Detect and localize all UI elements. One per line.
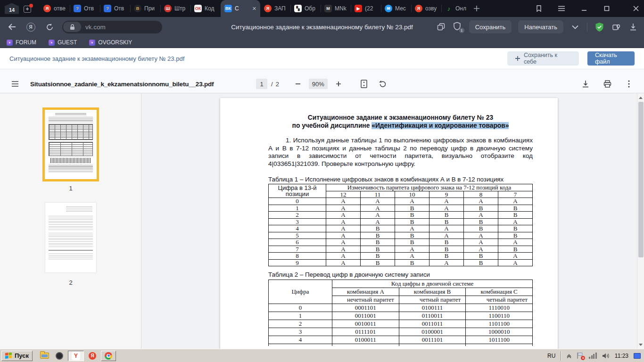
language-indicator[interactable]: RU — [547, 353, 555, 359]
chevron-down-icon[interactable] — [570, 22, 580, 32]
volume-icon[interactable] — [602, 353, 610, 359]
menu-icon[interactable] — [556, 3, 567, 14]
browser-tab[interactable]: ▶ (22 ✕ — [351, 0, 381, 17]
table-cell: 7 — [269, 246, 326, 253]
table-cell: A — [429, 259, 464, 266]
windows-taskbar: Пуск Y Я RU ✕ 11:23 — [0, 349, 644, 362]
back-button[interactable] — [6, 21, 18, 33]
table-row: 6ABBBAA — [269, 239, 533, 246]
vertical-scrollbar[interactable] — [637, 93, 644, 349]
side-panel-icon[interactable] — [534, 3, 544, 14]
add-tab-icon[interactable] — [471, 3, 482, 14]
zoom-level[interactable]: 90% — [309, 79, 328, 89]
browser-tab[interactable]: В При ✕ — [130, 0, 160, 17]
scroll-up-arrow[interactable] — [637, 94, 644, 101]
scroll-down-arrow[interactable] — [637, 341, 644, 348]
browser-tab[interactable]: ОК Код ✕ — [190, 0, 221, 17]
chrome-task-button[interactable] — [101, 351, 116, 361]
scrollbar-thumb[interactable] — [638, 102, 644, 257]
browser-tab[interactable]: M MNk ✕ — [321, 0, 351, 17]
browser-tab[interactable]: ✉ Мес ✕ — [381, 0, 411, 17]
new-tab-button[interactable] — [24, 4, 33, 13]
table-cell: B — [361, 232, 395, 239]
table-header-cell: 7 — [498, 191, 533, 198]
pdf-print-icon[interactable] — [603, 79, 612, 89]
downloads-icon[interactable] — [628, 22, 638, 32]
print-page-button[interactable]: Напечатать — [518, 20, 563, 33]
thumbnail-page-1[interactable] — [42, 107, 99, 181]
yandex-icon[interactable]: Я — [89, 352, 96, 360]
yandex-browser-task-button[interactable]: Y — [68, 351, 84, 361]
current-page-input[interactable]: 1 — [256, 79, 267, 89]
protect-shield-icon[interactable]: 1 — [453, 22, 462, 32]
browser-tab[interactable]: Я отве ✕ — [40, 0, 70, 17]
table-cell: B — [395, 239, 429, 246]
pdf-viewer-body: 1 2 Ситуационное задание к экзаменационн… — [0, 93, 644, 349]
table-row: 4010001100111011011100 — [269, 336, 533, 344]
download-file-button[interactable]: Скачать файл — [587, 51, 635, 66]
vk-file-header: Ситуационное задание к экзаменационному … — [0, 48, 644, 69]
save-to-self-button[interactable]: Сохранить к себе — [507, 51, 579, 66]
browser-tab[interactable]: ? Отв ✕ — [100, 0, 130, 17]
document-title-line2: по учебной дисциплине «Идентификация и к… — [268, 122, 533, 130]
browser-tab[interactable]: ? Отв ✕ — [70, 0, 100, 17]
network-signal-icon[interactable] — [589, 353, 597, 359]
pdf-download-icon[interactable] — [581, 79, 590, 89]
thumbnail-page-2[interactable] — [45, 203, 96, 272]
yandex-home-icon[interactable]: Я — [25, 21, 37, 33]
browser-tab[interactable]: Я ЗАП ✕ — [260, 0, 290, 17]
reload-button[interactable] — [43, 21, 56, 33]
bookmark-label: FORUM — [16, 39, 36, 46]
sidebar-toggle-icon[interactable] — [10, 79, 20, 89]
save-page-button[interactable]: Сохранить — [469, 20, 512, 33]
table-cell: A — [464, 239, 498, 246]
start-button[interactable]: Пуск — [1, 351, 33, 361]
tab-close-icon[interactable]: ✕ — [252, 6, 256, 12]
table2-caption: Таблица 2 – Перевод цифр в двоичную сист… — [268, 271, 533, 278]
close-window-button[interactable] — [631, 3, 641, 14]
browser-tab[interactable]: ВК С ✕ — [221, 0, 260, 17]
rotate-button[interactable] — [378, 79, 388, 89]
url-field[interactable]: vk.com — [62, 21, 162, 33]
bookmark-item[interactable]: FORUM — [7, 39, 36, 46]
zoom-in-button[interactable] — [334, 79, 343, 89]
tab-counter-badge[interactable]: 14 — [5, 3, 19, 14]
document-content: Ситуационное задание к экзаменационному … — [268, 114, 533, 346]
tab-duplicate-icon[interactable] — [436, 22, 446, 32]
maximize-button[interactable] — [602, 3, 612, 14]
browser-tab[interactable]: ♪ Онл ✕ — [441, 0, 471, 17]
table-cell: 0011011 — [399, 320, 466, 328]
action-center-flag-icon[interactable]: ✕ — [577, 352, 584, 359]
thumb1-text-lines — [49, 117, 93, 123]
clock[interactable]: 11:23 — [615, 353, 628, 359]
browser-tab[interactable]: Я озву ✕ — [411, 0, 441, 17]
bookmark-item[interactable]: OVGORSKIY — [89, 39, 132, 46]
table-cell: A — [326, 218, 361, 225]
safe-browsing-shield-icon[interactable] — [594, 22, 604, 32]
explorer-icon[interactable] — [40, 353, 49, 359]
fit-page-button[interactable] — [359, 79, 369, 89]
table-cell: B — [395, 212, 429, 219]
tray-expand-icon[interactable] — [567, 354, 571, 358]
vk-file-actions: Сохранить к себе Скачать файл — [507, 51, 635, 66]
table1-caption: Таблица 1 – Исполнение цифровых знаков в… — [268, 176, 533, 183]
bookmark-item[interactable]: GUEST — [49, 39, 77, 46]
browser-tab[interactable]: Ш Штр ✕ — [160, 0, 190, 17]
extensions-icon[interactable] — [611, 22, 621, 32]
table-cell: B — [395, 205, 429, 212]
lock-icon[interactable] — [63, 22, 81, 32]
tab-strip: Я отве ✕ ? Отв ✕ ? Отв ✕ В — [40, 0, 471, 17]
zoom-out-button[interactable] — [293, 79, 303, 89]
app-icon-dark[interactable] — [56, 352, 63, 360]
pdf-viewer: Situatsionnoe_zadanie_k_ekzamenatsionnom… — [0, 69, 644, 349]
browser-tab[interactable]: ▚ Обр ✕ — [290, 0, 321, 17]
minimize-button[interactable] — [579, 3, 589, 14]
bookmark-favicon — [49, 40, 55, 46]
table-cell: B — [395, 232, 429, 239]
pdf-more-options-icon[interactable] — [624, 79, 634, 89]
table-cell: 0011001 — [332, 312, 399, 320]
table-cell: 0 — [269, 304, 332, 312]
show-desktop-icon[interactable] — [634, 353, 641, 359]
windows-logo-icon — [5, 353, 12, 359]
table-cell: A — [395, 225, 429, 232]
